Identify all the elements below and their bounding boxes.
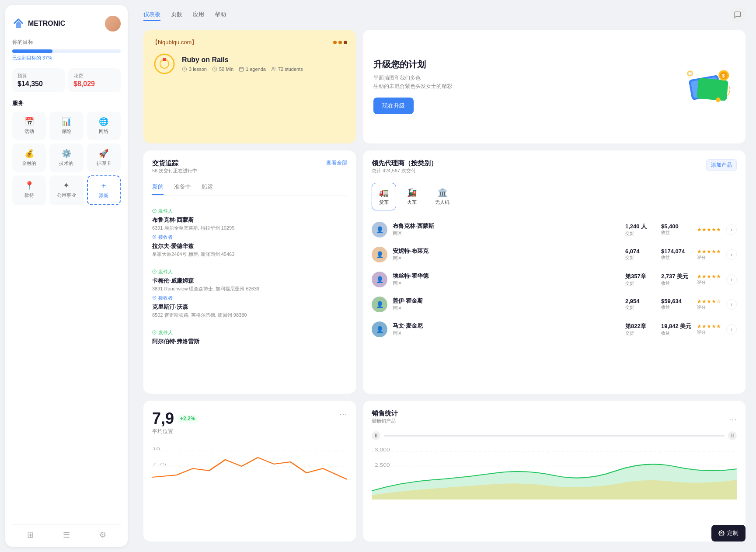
insurance-label: 保险 [62, 128, 71, 135]
service-item-care[interactable]: 🚀 护理卡 [87, 143, 121, 172]
dealer-trans-4: 2,954 [625, 298, 656, 304]
stats-chart: 10 7.75 [152, 442, 347, 486]
service-item-finance[interactable]: 💰 金融的 [12, 143, 46, 172]
care-label: 护理卡 [97, 160, 111, 167]
service-item-tech[interactable]: ⚙️ 技术的 [49, 143, 83, 172]
dealer-rev-label-4: 收益 [661, 304, 692, 311]
upgrade-button[interactable]: 现在升级 [373, 98, 414, 114]
course-url: 【biqubiqu.com】 [152, 38, 197, 46]
stars-5: ★★★★★ [697, 323, 721, 329]
view-all-link[interactable]: 查看全部 [326, 159, 347, 167]
service-item-network[interactable]: 🌐 网络 [87, 112, 121, 140]
train-icon: 🚂 [407, 188, 417, 197]
dealer-rating-2: ★★★★★ 评分 [697, 248, 721, 261]
rating-label-5: 评分 [697, 329, 721, 335]
dealer-info-2: 安妮特·布莱克 南区 [393, 247, 620, 262]
svg-text:7.75: 7.75 [152, 462, 167, 466]
settings-icon[interactable]: ⚙ [99, 530, 106, 540]
nav-pages[interactable]: 页数 [171, 9, 182, 21]
sender-name-2: 卡梅伦·威廉姆森 [152, 277, 347, 285]
dealer-stat-2: 6,074 交货 [625, 248, 656, 261]
duration-meta: 50 Min [212, 66, 233, 72]
dot3 [344, 41, 347, 44]
dealer-arrow-4[interactable]: › [726, 299, 737, 310]
nav-help[interactable]: 帮助 [215, 9, 226, 21]
service-item-hospitality[interactable]: 📍 款待 [12, 175, 46, 205]
lessons-meta: 3 lesson [182, 66, 207, 72]
service-item-activity[interactable]: 📅 活动 [12, 112, 46, 140]
services-title: 服务 [12, 99, 121, 107]
stats-menu-icon[interactable]: ⋯ [339, 409, 347, 419]
cat-tab-train[interactable]: 🚂 火车 [400, 183, 424, 210]
dealer-arrow-2[interactable]: › [726, 249, 737, 260]
cat-tab-truck[interactable]: 🚛 货车 [372, 183, 396, 210]
nav-dashboard[interactable]: 仪表板 [143, 9, 160, 21]
cat-tab-drone[interactable]: 🏛️ 无人机 [428, 183, 457, 210]
dealers-card: 领先代理商（按类别） 总计 424,567 次交付 添加产品 🚛 货车 🚂 火车 [363, 150, 746, 394]
customize-button[interactable]: 定制 [711, 525, 746, 542]
dealer-name-3: 埃丝特·霍华德 [393, 272, 620, 280]
user-avatar[interactable] [105, 16, 121, 31]
spent-label: 花费 [73, 73, 115, 79]
rating-label-3: 评分 [697, 279, 721, 286]
list-icon[interactable]: ☰ [63, 530, 70, 540]
finance-label: 金融的 [22, 160, 36, 167]
dealer-arrow-1[interactable]: › [726, 224, 737, 235]
dealer-arrow-3[interactable]: › [726, 274, 737, 285]
dealer-avatar-2: 👤 [372, 247, 387, 262]
service-item-insurance[interactable]: 📊 保险 [49, 112, 83, 140]
customize-label: 定制 [727, 529, 739, 537]
dealer-trans-2: 6,074 [625, 248, 656, 255]
dealer-row-3: 👤 埃丝特·霍华德 南区 第357章 交货 2,737 美元 收益 ★★★★ [372, 267, 737, 292]
trend-badge: +2.2% [178, 415, 198, 423]
progress-text: 已达到目标的 37% [12, 55, 121, 61]
slider-right-handle-icon: ⏸ [728, 431, 737, 440]
stats-label: 平均位置 [152, 428, 198, 435]
sales-menu-icon[interactable]: ⋯ [729, 415, 737, 424]
course-dots [333, 41, 347, 44]
dealer-region-3: 南区 [393, 280, 620, 286]
network-icon: 🌐 [99, 117, 108, 126]
sender-label-2: 发件人 [152, 269, 347, 275]
sidebar: METRONIC 你的目标 已达到目标的 37% 预算 $14,350 花费 $… [5, 5, 128, 547]
topbar: 仪表板 页数 应用 帮助 [133, 0, 756, 30]
layers-icon[interactable]: ⊞ [27, 530, 34, 540]
tracking-item-2: 发件人 卡梅伦·威廉姆森 3891 Ranchview 理查森博士, 加利福尼亚… [152, 263, 347, 324]
chat-icon[interactable] [730, 7, 746, 23]
dealer-rating-1: ★★★★★ [697, 227, 721, 233]
receiver-label-1: 接收者 [152, 234, 347, 241]
add-product-button[interactable]: 添加产品 [706, 159, 737, 171]
add-label: 添新 [99, 192, 108, 199]
stars-2: ★★★★★ [697, 248, 721, 255]
dealer-name-5: 马文·麦金尼 [393, 322, 620, 330]
course-ring [152, 52, 177, 76]
dealer-rev-label-1: 收益 [661, 230, 692, 236]
nav-apps[interactable]: 应用 [193, 9, 204, 21]
service-item-add[interactable]: + 添新 [87, 175, 121, 205]
sender-addr-2: 3891 Ranchview 理查森博士, 加利福尼亚州 62639 [152, 286, 347, 292]
dealers-subtitle: 总计 424,567 次交付 [372, 168, 437, 174]
dealer-row-2: 👤 安妮特·布莱克 南区 6,074 交货 $174,074 收益 ★★★★ [372, 242, 737, 267]
svg-text:$: $ [722, 73, 725, 78]
progress-bar-fill [12, 49, 52, 53]
slider-track[interactable] [384, 435, 725, 437]
svg-text:3,000: 3,000 [375, 447, 390, 453]
course-title: Ruby on Rails [182, 56, 303, 64]
tracking-card: 交货追踪 56 次交付正在进行中 查看全部 新的 准备中 船运 发件人 布鲁克林… [143, 150, 356, 394]
dealer-stat-4: 2,954 交货 [625, 298, 656, 311]
dot1 [333, 41, 337, 44]
goal-label: 你的目标 [12, 38, 121, 46]
receiver-name-1: 拉尔夫·爱德华兹 [152, 242, 347, 250]
tab-new[interactable]: 新的 [152, 183, 164, 195]
bottom-row: 7,9 +2.2% 平均位置 ⋯ 10 7.75 [143, 401, 746, 542]
dealer-stat-3: 第357章 交货 [625, 273, 656, 286]
dealer-region-1: 南区 [393, 230, 620, 237]
svg-rect-12 [697, 78, 728, 101]
dealer-rating-4: ★★★★☆ 评分 [697, 298, 721, 311]
main-area: 仪表板 页数 应用 帮助 【biqubiqu.com】 [133, 0, 756, 552]
tab-preparing[interactable]: 准备中 [174, 183, 191, 195]
service-item-utility[interactable]: ✦ 公用事业 [49, 175, 83, 205]
dealer-arrow-5[interactable]: › [726, 324, 737, 335]
sender-addr-1: 6391 埃尔全至塞莱斯, 特拉华州 10299 [152, 225, 347, 231]
tab-shipping[interactable]: 船运 [202, 183, 213, 195]
